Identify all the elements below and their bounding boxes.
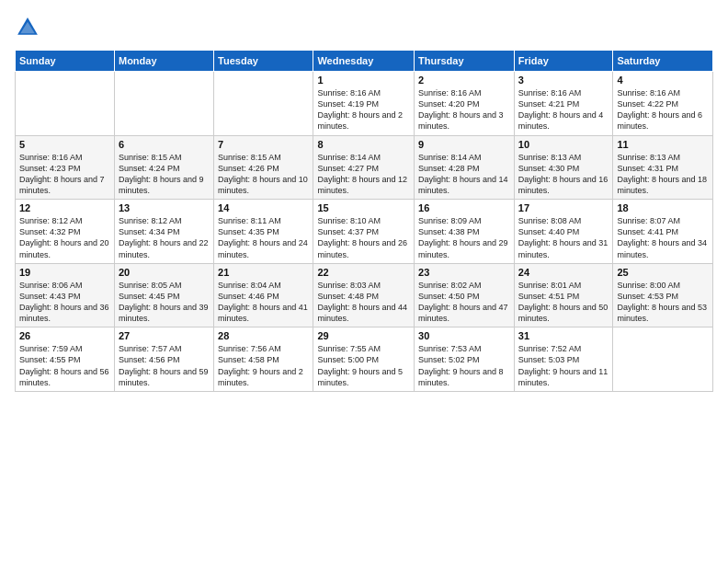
day-number: 2 — [418, 75, 510, 86]
calendar-cell: 30Sunrise: 7:53 AM Sunset: 5:02 PM Dayli… — [415, 327, 515, 392]
day-info: Sunrise: 8:04 AM Sunset: 4:46 PM Dayligh… — [218, 280, 309, 325]
weekday-header: Friday — [514, 51, 613, 72]
weekday-header: Tuesday — [214, 51, 313, 72]
calendar-cell: 24Sunrise: 8:01 AM Sunset: 4:51 PM Dayli… — [514, 263, 613, 327]
calendar-cell — [613, 327, 713, 392]
day-number: 7 — [218, 139, 309, 150]
day-number: 17 — [518, 202, 609, 213]
calendar-cell: 1Sunrise: 8:16 AM Sunset: 4:19 PM Daylig… — [313, 72, 415, 136]
day-info: Sunrise: 8:13 AM Sunset: 4:30 PM Dayligh… — [518, 152, 609, 197]
calendar-cell: 25Sunrise: 8:00 AM Sunset: 4:53 PM Dayli… — [613, 263, 713, 327]
day-number: 10 — [518, 139, 609, 150]
day-number: 26 — [19, 330, 110, 341]
page: SundayMondayTuesdayWednesdayThursdayFrid… — [0, 0, 728, 563]
calendar: SundayMondayTuesdayWednesdayThursdayFrid… — [15, 50, 713, 392]
day-info: Sunrise: 8:09 AM Sunset: 4:38 PM Dayligh… — [418, 215, 510, 260]
day-number: 18 — [617, 202, 709, 213]
calendar-cell: 4Sunrise: 8:16 AM Sunset: 4:22 PM Daylig… — [613, 72, 713, 136]
day-number: 1 — [317, 75, 410, 86]
day-number: 24 — [518, 267, 609, 278]
day-number: 23 — [418, 267, 510, 278]
calendar-cell: 13Sunrise: 8:12 AM Sunset: 4:34 PM Dayli… — [114, 200, 213, 264]
day-number: 28 — [218, 330, 309, 341]
calendar-cell — [16, 72, 115, 136]
day-info: Sunrise: 8:12 AM Sunset: 4:32 PM Dayligh… — [19, 215, 110, 260]
day-number: 11 — [617, 139, 709, 150]
day-info: Sunrise: 7:57 AM Sunset: 4:56 PM Dayligh… — [119, 343, 210, 388]
day-info: Sunrise: 8:16 AM Sunset: 4:21 PM Dayligh… — [518, 87, 609, 132]
calendar-cell: 8Sunrise: 8:14 AM Sunset: 4:27 PM Daylig… — [313, 135, 415, 200]
calendar-body: 1Sunrise: 8:16 AM Sunset: 4:19 PM Daylig… — [16, 72, 713, 392]
calendar-cell: 15Sunrise: 8:10 AM Sunset: 4:37 PM Dayli… — [313, 200, 415, 264]
day-info: Sunrise: 8:06 AM Sunset: 4:43 PM Dayligh… — [19, 280, 110, 325]
day-number: 8 — [317, 139, 410, 150]
day-info: Sunrise: 8:05 AM Sunset: 4:45 PM Dayligh… — [119, 280, 210, 325]
day-info: Sunrise: 8:16 AM Sunset: 4:20 PM Dayligh… — [418, 87, 510, 132]
day-number: 20 — [119, 267, 210, 278]
day-info: Sunrise: 8:16 AM Sunset: 4:19 PM Dayligh… — [317, 87, 410, 132]
calendar-cell: 27Sunrise: 7:57 AM Sunset: 4:56 PM Dayli… — [114, 327, 213, 392]
day-info: Sunrise: 8:03 AM Sunset: 4:48 PM Dayligh… — [317, 280, 410, 325]
calendar-cell: 28Sunrise: 7:56 AM Sunset: 4:58 PM Dayli… — [214, 327, 313, 392]
day-number: 21 — [218, 267, 309, 278]
day-number: 30 — [418, 330, 510, 341]
calendar-week-row: 12Sunrise: 8:12 AM Sunset: 4:32 PM Dayli… — [16, 200, 713, 264]
weekday-header: Wednesday — [313, 51, 415, 72]
day-info: Sunrise: 8:10 AM Sunset: 4:37 PM Dayligh… — [317, 215, 410, 260]
calendar-week-row: 5Sunrise: 8:16 AM Sunset: 4:23 PM Daylig… — [16, 135, 713, 200]
day-info: Sunrise: 7:56 AM Sunset: 4:58 PM Dayligh… — [218, 343, 309, 388]
day-number: 15 — [317, 202, 410, 213]
day-info: Sunrise: 8:02 AM Sunset: 4:50 PM Dayligh… — [418, 280, 510, 325]
calendar-cell — [214, 72, 313, 136]
calendar-cell: 19Sunrise: 8:06 AM Sunset: 4:43 PM Dayli… — [16, 263, 115, 327]
calendar-cell: 29Sunrise: 7:55 AM Sunset: 5:00 PM Dayli… — [313, 327, 415, 392]
weekday-row: SundayMondayTuesdayWednesdayThursdayFrid… — [16, 51, 713, 72]
calendar-cell: 22Sunrise: 8:03 AM Sunset: 4:48 PM Dayli… — [313, 263, 415, 327]
day-number: 27 — [119, 330, 210, 341]
day-number: 5 — [19, 139, 110, 150]
calendar-week-row: 26Sunrise: 7:59 AM Sunset: 4:55 PM Dayli… — [16, 327, 713, 392]
calendar-cell: 7Sunrise: 8:15 AM Sunset: 4:26 PM Daylig… — [214, 135, 313, 200]
day-number: 9 — [418, 139, 510, 150]
calendar-week-row: 1Sunrise: 8:16 AM Sunset: 4:19 PM Daylig… — [16, 72, 713, 136]
calendar-cell: 2Sunrise: 8:16 AM Sunset: 4:20 PM Daylig… — [415, 72, 515, 136]
day-number: 4 — [617, 75, 709, 86]
calendar-cell: 10Sunrise: 8:13 AM Sunset: 4:30 PM Dayli… — [514, 135, 613, 200]
day-info: Sunrise: 8:08 AM Sunset: 4:40 PM Dayligh… — [518, 215, 609, 260]
calendar-header: SundayMondayTuesdayWednesdayThursdayFrid… — [16, 51, 713, 72]
weekday-header: Sunday — [16, 51, 115, 72]
calendar-cell: 3Sunrise: 8:16 AM Sunset: 4:21 PM Daylig… — [514, 72, 613, 136]
day-info: Sunrise: 8:12 AM Sunset: 4:34 PM Dayligh… — [119, 215, 210, 260]
day-number: 12 — [19, 202, 110, 213]
weekday-header: Thursday — [415, 51, 515, 72]
logo-icon — [15, 15, 40, 40]
day-info: Sunrise: 7:52 AM Sunset: 5:03 PM Dayligh… — [518, 343, 609, 388]
day-info: Sunrise: 7:53 AM Sunset: 5:02 PM Dayligh… — [418, 343, 510, 388]
day-number: 29 — [317, 330, 410, 341]
day-number: 31 — [518, 330, 609, 341]
day-info: Sunrise: 8:15 AM Sunset: 4:26 PM Dayligh… — [218, 152, 309, 197]
calendar-cell: 14Sunrise: 8:11 AM Sunset: 4:35 PM Dayli… — [214, 200, 313, 264]
calendar-cell: 11Sunrise: 8:13 AM Sunset: 4:31 PM Dayli… — [613, 135, 713, 200]
day-info: Sunrise: 8:00 AM Sunset: 4:53 PM Dayligh… — [617, 280, 709, 325]
day-info: Sunrise: 8:16 AM Sunset: 4:23 PM Dayligh… — [19, 152, 110, 197]
day-info: Sunrise: 7:59 AM Sunset: 4:55 PM Dayligh… — [19, 343, 110, 388]
calendar-cell — [114, 72, 213, 136]
logo — [15, 15, 44, 40]
day-number: 19 — [19, 267, 110, 278]
calendar-cell: 6Sunrise: 8:15 AM Sunset: 4:24 PM Daylig… — [114, 135, 213, 200]
calendar-cell: 12Sunrise: 8:12 AM Sunset: 4:32 PM Dayli… — [16, 200, 115, 264]
day-info: Sunrise: 8:15 AM Sunset: 4:24 PM Dayligh… — [119, 152, 210, 197]
calendar-cell: 26Sunrise: 7:59 AM Sunset: 4:55 PM Dayli… — [16, 327, 115, 392]
calendar-cell: 31Sunrise: 7:52 AM Sunset: 5:03 PM Dayli… — [514, 327, 613, 392]
calendar-cell: 9Sunrise: 8:14 AM Sunset: 4:28 PM Daylig… — [415, 135, 515, 200]
calendar-cell: 18Sunrise: 8:07 AM Sunset: 4:41 PM Dayli… — [613, 200, 713, 264]
day-info: Sunrise: 8:14 AM Sunset: 4:28 PM Dayligh… — [418, 152, 510, 197]
calendar-cell: 21Sunrise: 8:04 AM Sunset: 4:46 PM Dayli… — [214, 263, 313, 327]
day-info: Sunrise: 8:16 AM Sunset: 4:22 PM Dayligh… — [617, 87, 709, 132]
day-info: Sunrise: 8:14 AM Sunset: 4:27 PM Dayligh… — [317, 152, 410, 197]
calendar-cell: 16Sunrise: 8:09 AM Sunset: 4:38 PM Dayli… — [415, 200, 515, 264]
day-number: 25 — [617, 267, 709, 278]
day-info: Sunrise: 8:13 AM Sunset: 4:31 PM Dayligh… — [617, 152, 709, 197]
calendar-cell: 20Sunrise: 8:05 AM Sunset: 4:45 PM Dayli… — [114, 263, 213, 327]
